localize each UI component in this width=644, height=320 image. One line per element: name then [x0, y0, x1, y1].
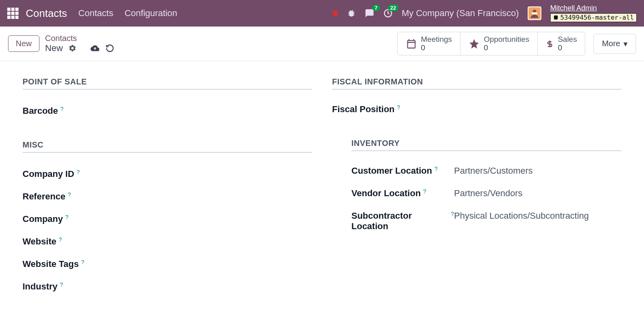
section-fiscal: FISCAL INFORMATION Fiscal Position? — [332, 77, 621, 115]
field-label-text: Reference — [23, 191, 65, 202]
field-barcode[interactable]: Barcode ? — [23, 106, 312, 116]
field-label-text: Fiscal Position — [332, 104, 394, 115]
company-switcher[interactable]: My Company (San Francisco) — [402, 8, 519, 18]
breadcrumb-parent[interactable]: Contacts — [45, 34, 114, 43]
chat-badge: 7 — [372, 4, 380, 11]
svg-rect-2 — [532, 12, 537, 14]
stat-label: Meetings — [421, 35, 452, 44]
help-icon[interactable]: ? — [65, 214, 68, 224]
field-industry[interactable]: Industry? — [23, 281, 312, 292]
section-title: FISCAL INFORMATION — [332, 77, 621, 90]
stat-label: Sales — [558, 35, 577, 44]
caret-down-icon: ▾ — [623, 39, 627, 49]
field-vendor-location[interactable]: Vendor Location? Partners/Vendors — [351, 188, 621, 199]
user-menu[interactable]: Mitchell Admin 53499456-master-all — [550, 4, 637, 22]
record-indicator-icon[interactable] — [332, 10, 338, 16]
stat-sales[interactable]: Sales 0 — [538, 32, 585, 55]
help-icon[interactable]: ? — [434, 166, 438, 176]
section-inventory: INVENTORY Customer Location? Partners/Cu… — [351, 139, 621, 232]
toolbar: New Contacts New Meetings 0 — [0, 27, 644, 61]
stats-group: Meetings 0 Opportunities 0 Sales 0 — [397, 32, 586, 56]
new-button[interactable]: New — [8, 35, 39, 52]
field-company-id[interactable]: Company ID? — [23, 169, 312, 179]
help-icon[interactable]: ? — [423, 188, 426, 199]
help-icon[interactable]: ? — [451, 211, 454, 232]
section-misc: MISC Company ID? Reference? Company? Web… — [23, 140, 312, 292]
help-icon[interactable]: ? — [397, 104, 400, 115]
help-icon[interactable]: ? — [68, 191, 71, 202]
section-title: POINT OF SALE — [23, 77, 312, 90]
field-value[interactable]: Partners/Customers — [454, 166, 621, 176]
field-label-text: Website — [23, 236, 56, 247]
field-customer-location[interactable]: Customer Location? Partners/Customers — [351, 166, 621, 176]
field-label-text: Website Tags — [23, 259, 79, 269]
field-website-tags[interactable]: Website Tags? — [23, 259, 312, 269]
cloud-upload-icon[interactable] — [90, 44, 100, 53]
field-label-text: Subcontractor Location — [351, 211, 448, 232]
section-title: INVENTORY — [351, 139, 621, 151]
stat-value: 0 — [421, 44, 452, 52]
gear-icon[interactable] — [68, 44, 76, 52]
db-badge: 53499456-master-all — [550, 13, 637, 22]
top-navbar: Contacts Contacts Configuration 7 22 My … — [0, 0, 644, 27]
field-company[interactable]: Company? — [23, 214, 312, 224]
stat-meetings[interactable]: Meetings 0 — [398, 32, 460, 55]
field-reference[interactable]: Reference? — [23, 191, 312, 202]
user-name: Mitchell Admin — [550, 4, 637, 12]
help-icon[interactable]: ? — [59, 236, 62, 247]
app-name[interactable]: Contacts — [26, 7, 67, 20]
calendar-icon — [406, 38, 417, 49]
activity-icon[interactable]: 22 — [383, 8, 393, 18]
stat-value: 0 — [484, 44, 529, 52]
menu-contacts[interactable]: Contacts — [78, 8, 114, 18]
field-label-text: Customer Location — [351, 166, 432, 176]
more-dropdown[interactable]: More ▾ — [593, 34, 636, 54]
menu-configuration[interactable]: Configuration — [124, 8, 177, 18]
help-icon[interactable]: ? — [60, 281, 63, 292]
star-icon — [469, 38, 480, 49]
field-label-text: Company — [23, 214, 63, 224]
bug-icon[interactable] — [347, 9, 356, 18]
section-pos: POINT OF SALE Barcode ? — [23, 77, 312, 116]
field-label-text: Company ID — [23, 169, 74, 179]
chat-icon[interactable]: 7 — [365, 8, 374, 18]
dollar-icon — [546, 38, 554, 49]
field-label-text: Vendor Location — [351, 188, 421, 199]
field-value[interactable]: Partners/Vendors — [454, 188, 621, 199]
field-website[interactable]: Website? — [23, 236, 312, 247]
discard-icon[interactable] — [105, 44, 114, 53]
stat-label: Opportunities — [484, 35, 529, 44]
form-content: POINT OF SALE Barcode ? MISC Company ID?… — [0, 61, 644, 320]
field-subcontractor-location[interactable]: Subcontractor Location? Physical Locatio… — [351, 211, 621, 232]
apps-icon[interactable] — [7, 8, 19, 19]
field-label-text: Industry — [23, 281, 58, 292]
breadcrumb-current: New — [45, 43, 63, 53]
avatar[interactable] — [528, 6, 541, 20]
field-fiscal-position[interactable]: Fiscal Position? — [332, 104, 621, 115]
activity-badge: 22 — [388, 4, 398, 11]
stat-value: 0 — [558, 44, 577, 52]
help-icon[interactable]: ? — [60, 106, 64, 116]
section-title: MISC — [23, 140, 312, 153]
field-value[interactable]: Physical Locations/Subcontracting — [454, 211, 621, 221]
help-icon[interactable]: ? — [81, 259, 85, 269]
stat-opportunities[interactable]: Opportunities 0 — [460, 32, 538, 55]
help-icon[interactable]: ? — [76, 169, 80, 179]
field-label-text: Barcode — [23, 106, 58, 116]
